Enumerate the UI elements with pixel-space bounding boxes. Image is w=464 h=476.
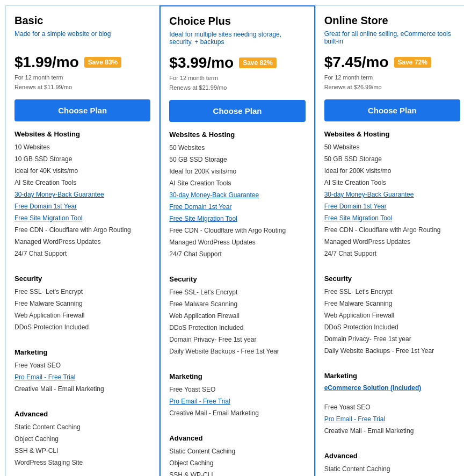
feature-online-store-0-5: Free Domain 1st Year — [324, 200, 460, 212]
feature-online-store-1-3: DDoS Protection Included — [324, 321, 460, 333]
feature-basic-1-3: DDoS Protection Included — [15, 321, 150, 333]
feature-basic-0-6: Free Site Migration Tool — [15, 212, 150, 224]
plan-tagline-basic: Made for a simple website or blog — [15, 30, 150, 47]
feature-choice-plus-1-0: Free SSL- Let's Encrypt — [169, 286, 305, 298]
feature-choice-plus-3-1: Object Caching — [169, 457, 305, 469]
plan-tagline-choice-plus: Ideal for multiple sites needing storage… — [169, 31, 305, 48]
section-title-basic-1: Security — [15, 275, 150, 283]
plans-container: BasicMade for a simple website or blog$1… — [5, 5, 464, 476]
feature-basic-3-0: Static Content Caching — [15, 421, 150, 433]
section-title-basic-0: Websites & Hosting — [15, 130, 150, 138]
feature-choice-plus-0-9: 24/7 Chat Support — [169, 248, 305, 260]
feature-choice-plus-0-8: Managed WordPress Updates — [169, 236, 305, 248]
feature-basic-1-2: Web Application Firewall — [15, 309, 150, 321]
feature-choice-plus-0-5: Free Domain 1st Year — [169, 201, 305, 213]
section-title-choice-plus-1: Security — [169, 275, 305, 283]
plan-tagline-online-store: Great for all online selling, eCommerce … — [324, 30, 460, 47]
feature-basic-0-2: Ideal for 40K visits/mo — [15, 165, 150, 177]
feature-online-store-0-4: 30-day Money-Back Guarantee — [324, 189, 460, 200]
feature-basic-1-0: Free SSL- Let's Encrypt — [15, 286, 150, 298]
feature-choice-plus-2-1: Pro Email - Free Trial — [169, 395, 305, 407]
feature-choice-plus-0-0: 50 Websites — [169, 142, 305, 154]
plan-price-choice-plus: $3.99/mo — [169, 54, 234, 71]
feature-online-store-0-7: Free CDN - Cloudflare with Argo Routing — [324, 224, 460, 236]
feature-basic-2-1: Pro Email - Free Trial — [15, 371, 150, 383]
plan-price-online-store: $7.45/mo — [324, 54, 389, 71]
feature-basic-0-9: 24/7 Chat Support — [15, 248, 150, 259]
plan-name-choice-plus: Choice Plus — [169, 15, 305, 27]
feature-basic-1-1: Free Malware Scanning — [15, 298, 150, 309]
price-details-choice-plus: For 12 month termRenews at $21.99/mo — [169, 74, 305, 92]
feature-online-store-2-1: Pro Email - Free Trial — [324, 413, 460, 425]
feature-online-store-0-0: 50 Websites — [324, 141, 460, 153]
feature-choice-plus-1-1: Free Malware Scanning — [169, 298, 305, 310]
feature-choice-plus-1-2: Web Application Firewall — [169, 310, 305, 322]
section-title-basic-3: Advanced — [15, 410, 150, 418]
save-badge-basic: Save 83% — [84, 57, 121, 68]
plan-card-basic: BasicMade for a simple website or blog$1… — [5, 5, 160, 476]
section-title-online-store-0: Websites & Hosting — [324, 130, 460, 138]
feature-basic-0-4: 30-day Money-Back Guarantee — [15, 189, 150, 200]
feature-basic-0-1: 10 GB SSD Storage — [15, 153, 150, 165]
save-badge-online-store: Save 72% — [394, 57, 431, 68]
feature-online-store-1-2: Web Application Firewall — [324, 309, 460, 321]
feature-online-store-1-1: Free Malware Scanning — [324, 298, 460, 309]
choose-plan-button-online-store[interactable]: Choose Plan — [324, 99, 460, 121]
feature-choice-plus-1-5: Daily Website Backups - Free 1st Year — [169, 345, 305, 357]
feature-online-store-1-5: Daily Website Backups - Free 1st Year — [324, 345, 460, 357]
section-title-online-store-1: Security — [324, 275, 460, 283]
feature-basic-0-0: 10 Websites — [15, 141, 150, 153]
feature-choice-plus-1-4: Domain Privacy- Free 1st year — [169, 334, 305, 345]
feature-online-store-0-9: 24/7 Chat Support — [324, 248, 460, 259]
feature-online-store-2-2: Creative Mail - Email Marketing — [324, 425, 460, 437]
feature-choice-plus-3-0: Static Content Caching — [169, 445, 305, 457]
price-details-online-store: For 12 month termRenews at $26.99/mo — [324, 73, 460, 92]
choose-plan-button-basic[interactable]: Choose Plan — [15, 99, 150, 121]
feature-basic-0-5: Free Domain 1st Year — [15, 200, 150, 212]
choose-plan-button-choice-plus[interactable]: Choose Plan — [169, 100, 305, 122]
price-row-basic: $1.99/moSave 83% — [15, 54, 150, 71]
feature-choice-plus-0-2: Ideal for 200K visits/mo — [169, 165, 305, 177]
feature-online-store-3-0: Static Content Caching — [324, 463, 460, 475]
price-row-choice-plus: $3.99/moSave 82% — [169, 54, 305, 71]
section-title-choice-plus-3: Advanced — [169, 434, 305, 442]
feature-basic-3-3: WordPress Staging Site — [15, 457, 150, 468]
feature-online-store-0-2: Ideal for 200K visits/mo — [324, 165, 460, 177]
feature-basic-3-2: SSH & WP-CLI — [15, 445, 150, 457]
feature-choice-plus-1-3: DDoS Protection Included — [169, 322, 305, 334]
feature-online-store-0-8: Managed WordPress Updates — [324, 236, 460, 248]
feature-online-store-1-0: Free SSL- Let's Encrypt — [324, 286, 460, 298]
section-title-online-store-3: Advanced — [324, 452, 460, 460]
feature-basic-0-7: Free CDN - Cloudflare with Argo Routing — [15, 224, 150, 236]
feature-choice-plus-0-1: 50 GB SSD Storage — [169, 154, 305, 165]
feature-choice-plus-0-7: Free CDN - Cloudflare with Argo Routing — [169, 225, 305, 236]
feature-basic-3-1: Object Caching — [15, 433, 150, 445]
section-title-online-store-2: Marketing — [324, 372, 460, 380]
plan-card-online-store: Online StoreGreat for all online selling… — [315, 5, 464, 476]
feature-choice-plus-0-4: 30-day Money-Back Guarantee — [169, 189, 305, 201]
feature-basic-2-2: Creative Mail - Email Marketing — [15, 383, 150, 395]
feature-online-store-0-1: 50 GB SSD Storage — [324, 153, 460, 165]
price-row-online-store: $7.45/moSave 72% — [324, 54, 460, 71]
section-title-basic-2: Marketing — [15, 348, 150, 356]
feature-online-store-2-0: Free Yoast SEO — [324, 401, 460, 413]
feature-choice-plus-3-2: SSH & WP-CLI — [169, 469, 305, 476]
feature-choice-plus-2-0: Free Yoast SEO — [169, 384, 305, 395]
feature-online-store-0-6: Free Site Migration Tool — [324, 212, 460, 224]
section-title-choice-plus-0: Websites & Hosting — [169, 131, 305, 139]
plan-name-basic: Basic — [15, 15, 150, 27]
save-badge-choice-plus: Save 82% — [239, 57, 276, 68]
price-details-basic: For 12 month termRenews at $11.99/mo — [15, 73, 150, 92]
section-title-choice-plus-2: Marketing — [169, 372, 305, 380]
feature-choice-plus-2-2: Creative Mail - Email Marketing — [169, 407, 305, 419]
feature-choice-plus-0-3: AI Site Creation Tools — [169, 177, 305, 189]
plan-price-basic: $1.99/mo — [15, 54, 79, 71]
plan-card-choice-plus: Choice PlusIdeal for multiple sites need… — [160, 5, 315, 476]
feature-basic-0-3: AI Site Creation Tools — [15, 177, 150, 189]
ecommerce-solution-label: eCommerce Solution (Included) — [324, 384, 460, 392]
feature-online-store-1-4: Domain Privacy- Free 1st year — [324, 333, 460, 345]
feature-choice-plus-0-6: Free Site Migration Tool — [169, 213, 305, 225]
feature-basic-0-8: Managed WordPress Updates — [15, 236, 150, 248]
plan-name-online-store: Online Store — [324, 15, 460, 27]
feature-basic-2-0: Free Yoast SEO — [15, 359, 150, 371]
